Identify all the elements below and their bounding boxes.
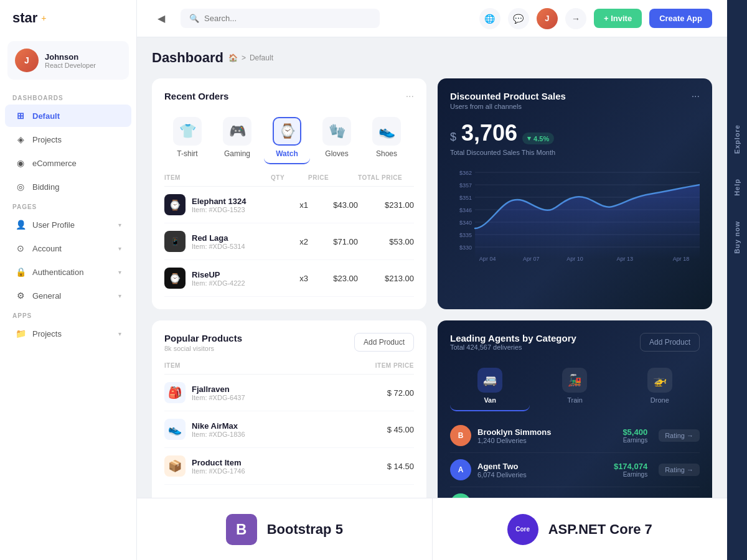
product-details: Nike AirMax Item: #XDG-1836 <box>192 421 245 438</box>
user-role: React Developer <box>45 62 96 69</box>
help-button[interactable]: Help <box>733 179 741 196</box>
recent-orders-card: Recent Orders ··· 👕 T-shirt 🎮 Gaming <box>152 78 426 309</box>
svg-text:$340: $340 <box>459 220 472 226</box>
tab-gloves-label: Gloves <box>325 149 348 158</box>
sales-number: 3,706 <box>461 120 517 146</box>
tab-shoes[interactable]: 👟 Shoes <box>364 112 410 164</box>
order-total: $53.00 <box>358 237 414 246</box>
agent-tab-drone-label: Drone <box>651 396 669 404</box>
recent-orders-title-group: Recent Orders <box>164 91 228 101</box>
product-name: Fjallraven <box>192 385 245 394</box>
promo-aspnet[interactable]: Core ASP.NET Core 7 <box>432 498 728 560</box>
product-price: $ 14.50 <box>352 462 414 471</box>
promo-bootstrap[interactable]: B Bootstrap 5 <box>137 498 432 560</box>
tab-tshirt[interactable]: 👕 T-shirt <box>164 112 210 164</box>
general-icon: ⚙ <box>15 290 26 301</box>
order-details: RiseUP Item: #XDG-4222 <box>192 270 245 287</box>
messages-button[interactable]: 💬 <box>508 8 529 29</box>
table-row: ⌚ RiseUP Item: #XDG-4222 x3 $23.00 $213.… <box>164 260 414 297</box>
agent-earnings: $174,074 <box>614 462 647 471</box>
sidebar-item-default[interactable]: ⊞ Default <box>5 105 131 127</box>
product-price: $ 72.00 <box>352 388 414 398</box>
logo-text: star <box>12 10 37 26</box>
discounted-sales-menu-button[interactable]: ··· <box>692 91 700 102</box>
sidebar-item-projects[interactable]: ◈ Projects <box>5 128 131 151</box>
order-price: $43.00 <box>308 200 358 210</box>
svg-text:Apr 10: Apr 10 <box>566 256 583 262</box>
sidebar-item-account[interactable]: ⊙ Account ▾ <box>5 237 131 259</box>
explore-button[interactable]: Explore <box>733 124 741 154</box>
product-id: Item: #XDG-1836 <box>192 431 245 438</box>
popular-products-title-group: Popular Products 8k social visitors <box>164 333 242 352</box>
order-qty: x1 <box>271 200 308 210</box>
agent-rating-button[interactable]: Rating → <box>659 464 700 476</box>
account-icon: ⊙ <box>15 243 26 254</box>
search-input[interactable] <box>204 14 371 23</box>
tab-gloves[interactable]: 🧤 Gloves <box>314 112 360 164</box>
arrow-right-icon[interactable]: → <box>565 8 586 29</box>
col-total: TOTAL PRICE <box>358 174 414 181</box>
order-img: ⌚ <box>164 268 186 289</box>
home-icon: 🏠 <box>228 54 238 62</box>
sidebar-item-general[interactable]: ⚙ General ▾ <box>5 284 131 307</box>
gloves-icon: 🧤 <box>322 117 351 146</box>
search-box: 🔍 <box>181 9 380 28</box>
product-id: Item: #XDG-6437 <box>192 394 245 401</box>
svg-text:$335: $335 <box>459 232 472 238</box>
agent-rating-button[interactable]: Rating → <box>659 429 700 442</box>
invite-button[interactable]: + Invite <box>594 9 642 28</box>
products-table: ITEM ITEM PRICE 🎒 Fjallraven Item: #XDG-… <box>164 362 414 485</box>
tab-gaming-label: Gaming <box>224 149 250 158</box>
list-item: B Brooklyn Simmons 1,240 Deliveries $5,4… <box>450 419 700 453</box>
agent-earnings: $5,400 <box>622 427 647 437</box>
sidebar-item-label: General <box>32 291 61 301</box>
sidebar-item-ecommerce[interactable]: ◉ eCommerce <box>5 152 131 174</box>
leading-agents-add-button[interactable]: Add Product <box>640 333 700 352</box>
pages-section-title: PAGES <box>0 198 136 213</box>
agent-tab-drone[interactable]: 🚁 Drone <box>620 362 700 411</box>
order-id: Item: #XDG-5314 <box>192 243 245 250</box>
product-details: Product Item Item: #XDG-1746 <box>192 458 245 475</box>
products-table-header: ITEM ITEM PRICE <box>164 362 414 375</box>
agent-tab-train[interactable]: 🚂 Train <box>535 362 614 411</box>
product-item: 📦 Product Item Item: #XDG-1746 <box>164 455 352 477</box>
order-id: Item: #XDG-1523 <box>192 206 246 213</box>
order-total: $231.00 <box>358 200 414 210</box>
chevron-down-icon: ▾ <box>118 269 121 276</box>
sidebar-item-user-profile[interactable]: 👤 User Profile ▾ <box>5 213 131 236</box>
gaming-icon: 🎮 <box>223 117 251 146</box>
sidebar-item-projects-app[interactable]: 📁 Projects ▾ <box>5 322 131 345</box>
sidebar-item-authentication[interactable]: 🔒 Authentication ▾ <box>5 261 131 283</box>
list-item: 🎒 Fjallraven Item: #XDG-6437 $ 72.00 <box>164 375 414 411</box>
tab-watch[interactable]: ⌚ Watch <box>264 112 310 164</box>
chevron-down-icon: ▾ <box>118 222 121 228</box>
create-app-button[interactable]: Create App <box>649 9 712 28</box>
agent-tabs: 🚐 Van 🚂 Train 🚁 Drone <box>450 362 700 411</box>
agent-tab-van[interactable]: 🚐 Van <box>450 362 530 411</box>
sidebar-toggle-button[interactable]: ◀ <box>152 9 171 28</box>
discounted-sales-title-group: Discounted Product Sales Users from all … <box>450 91 566 110</box>
tab-gaming[interactable]: 🎮 Gaming <box>214 112 260 164</box>
breadcrumb-separator: > <box>242 54 246 62</box>
product-img: 👟 <box>164 419 186 440</box>
tab-tshirt-label: T-shirt <box>177 149 197 158</box>
product-price: $ 45.00 <box>352 425 414 434</box>
user-card[interactable]: J Johnson React Developer <box>7 41 129 80</box>
user-avatar-topbar[interactable]: J <box>537 8 558 29</box>
list-item: 👟 Nike AirMax Item: #XDG-1836 $ 45.00 <box>164 411 414 448</box>
recent-orders-menu-button[interactable]: ··· <box>406 91 414 102</box>
agent-name: Agent Two <box>477 462 527 471</box>
agent-deliveries: 6,074 Deliveries <box>477 471 527 478</box>
breadcrumb: 🏠 > Default <box>228 54 273 62</box>
svg-text:$346: $346 <box>459 207 472 213</box>
popular-products-title: Popular Products <box>164 333 242 343</box>
product-img: 🎒 <box>164 382 186 403</box>
sidebar-item-bidding[interactable]: ◎ Bidding <box>5 175 131 198</box>
svg-text:Apr 04: Apr 04 <box>479 256 496 262</box>
buy-now-button[interactable]: Buy now <box>733 221 741 254</box>
page-content: Dashboard 🏠 > Default Recent Orders ··· <box>137 37 727 560</box>
notifications-button[interactable]: 🌐 <box>479 8 500 29</box>
train-icon: 🚂 <box>562 368 587 393</box>
discounted-sales-header: Discounted Product Sales Users from all … <box>450 91 700 110</box>
add-product-button[interactable]: Add Product <box>354 333 414 352</box>
